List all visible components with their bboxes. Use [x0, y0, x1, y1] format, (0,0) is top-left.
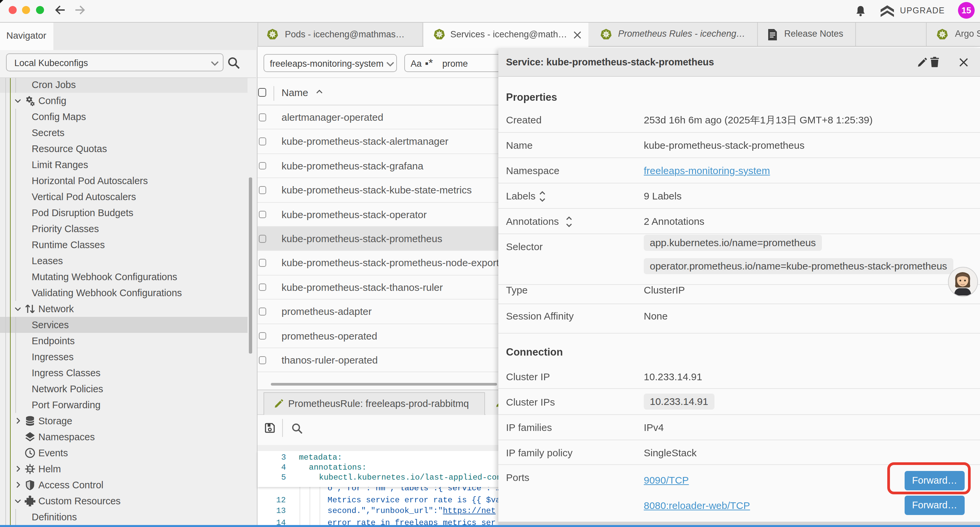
svg-text:HELM: HELM — [27, 467, 33, 470]
